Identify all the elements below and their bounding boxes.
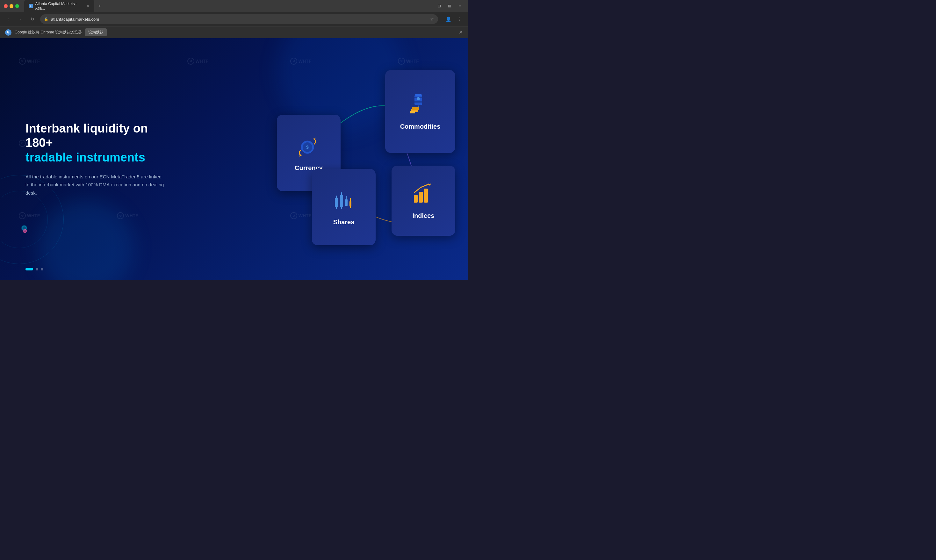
nav-dot-2[interactable] bbox=[36, 268, 38, 271]
commodities-label: Commodities bbox=[400, 123, 440, 130]
svg-rect-25 bbox=[419, 192, 423, 203]
nav-dot-1[interactable] bbox=[26, 268, 33, 271]
indices-card[interactable]: Indices bbox=[391, 166, 455, 236]
watermark-2: ↺ WHTF bbox=[187, 58, 208, 65]
shares-label: Shares bbox=[333, 218, 354, 226]
traffic-lights bbox=[4, 4, 19, 8]
back-button[interactable]: ‹ bbox=[4, 15, 13, 23]
headline-line1: Interbank liquidity on 180+ bbox=[26, 122, 148, 150]
set-default-button[interactable]: 设为默认 bbox=[85, 28, 107, 36]
close-window-btn[interactable] bbox=[4, 4, 8, 8]
headline: Interbank liquidity on 180+ tradable ins… bbox=[26, 122, 166, 165]
address-bar[interactable]: 🔒 atlantacapitalmarkets.com ☆ bbox=[40, 14, 438, 24]
website-content: ↺ WHTF ↺ WHTF ↺ WHTF ↺ WHTF ↺ WHTF ↺ WHT… bbox=[0, 38, 468, 280]
svg-rect-12 bbox=[410, 111, 415, 114]
currency-icon: $ bbox=[296, 134, 322, 159]
address-actions: ☆ bbox=[430, 17, 434, 22]
tab-bar: A Atlanta Capital Markets - Atla... ✕ + bbox=[24, 0, 432, 12]
svg-rect-21 bbox=[349, 201, 351, 206]
watermark-icon-2: ↺ bbox=[187, 58, 194, 65]
info-bar-close-btn[interactable]: ✕ bbox=[459, 29, 463, 35]
new-tab-button[interactable]: + bbox=[95, 2, 103, 10]
svg-rect-13 bbox=[335, 198, 338, 207]
watermark-text-4: WHTF bbox=[406, 58, 419, 64]
description-text: All the tradable instruments on our ECN … bbox=[26, 173, 166, 197]
active-tab[interactable]: A Atlanta Capital Markets - Atla... ✕ bbox=[24, 0, 94, 12]
svg-rect-7 bbox=[414, 101, 422, 103]
shares-icon bbox=[331, 188, 357, 214]
svg-rect-16 bbox=[340, 195, 343, 207]
nav-dot-3[interactable] bbox=[41, 268, 43, 271]
bookmark-icon[interactable]: ☆ bbox=[430, 17, 434, 22]
left-content: Interbank liquidity on 180+ tradable ins… bbox=[0, 102, 191, 216]
tab-favicon: A bbox=[29, 4, 33, 8]
nav-dots bbox=[26, 268, 43, 271]
browser-chrome: A Atlanta Capital Markets - Atla... ✕ + … bbox=[0, 0, 468, 38]
headline-line2: tradable instruments bbox=[26, 151, 145, 164]
url-text: atlantacapitalmarkets.com bbox=[51, 17, 99, 22]
info-bar: G Google 建议将 Chrome 设为默认浏览器 设为默认 ✕ bbox=[0, 26, 468, 38]
nav-right-controls: 👤 ⋮ bbox=[444, 15, 464, 23]
svg-text:$: $ bbox=[306, 145, 309, 150]
svg-point-8 bbox=[414, 94, 422, 96]
window-minimize-icon[interactable]: ⊟ bbox=[435, 2, 444, 11]
watermark-text-3: WHTF bbox=[299, 58, 311, 64]
watermark-icon-1: ↺ bbox=[19, 58, 26, 65]
window-controls: ⊟ ⊞ ≡ bbox=[435, 2, 464, 11]
refresh-button[interactable]: ↻ bbox=[28, 15, 37, 23]
tab-title: Atlanta Capital Markets - Atla... bbox=[35, 2, 82, 11]
watermark-1: ↺ WHTF bbox=[19, 58, 40, 65]
menu-icon[interactable]: ⋮ bbox=[455, 15, 464, 23]
chrome-icon: G bbox=[5, 29, 11, 36]
window-expand-icon[interactable]: ⊞ bbox=[445, 2, 454, 11]
shares-card[interactable]: Shares bbox=[312, 169, 376, 245]
indices-label: Indices bbox=[413, 212, 434, 220]
minimize-window-btn[interactable] bbox=[9, 4, 13, 8]
maximize-window-btn[interactable] bbox=[15, 4, 19, 8]
commodities-icon bbox=[408, 92, 433, 118]
lock-icon: 🔒 bbox=[44, 17, 48, 22]
svg-rect-26 bbox=[424, 189, 428, 203]
info-bar-text: Google 建议将 Chrome 设为默认浏览器 bbox=[15, 30, 82, 35]
svg-point-9 bbox=[417, 97, 420, 100]
svg-rect-11 bbox=[412, 107, 419, 110]
watermark-text-2: WHTF bbox=[196, 58, 208, 64]
window-menu-icon[interactable]: ≡ bbox=[455, 2, 464, 11]
title-bar: A Atlanta Capital Markets - Atla... ✕ + … bbox=[0, 0, 468, 12]
orb-2 bbox=[23, 229, 27, 233]
indices-icon bbox=[411, 182, 436, 207]
tab-close-btn[interactable]: ✕ bbox=[86, 4, 90, 8]
instrument-diagram: $ Currency bbox=[258, 64, 468, 255]
watermark-text-1: WHTF bbox=[27, 58, 40, 64]
profile-icon[interactable]: 👤 bbox=[444, 15, 453, 23]
nav-bar: ‹ › ↻ 🔒 atlantacapitalmarkets.com ☆ 👤 ⋮ bbox=[0, 12, 468, 26]
svg-rect-19 bbox=[345, 199, 348, 206]
forward-button[interactable]: › bbox=[16, 15, 25, 23]
commodities-card[interactable]: Commodities bbox=[385, 70, 455, 153]
svg-rect-24 bbox=[414, 195, 418, 203]
